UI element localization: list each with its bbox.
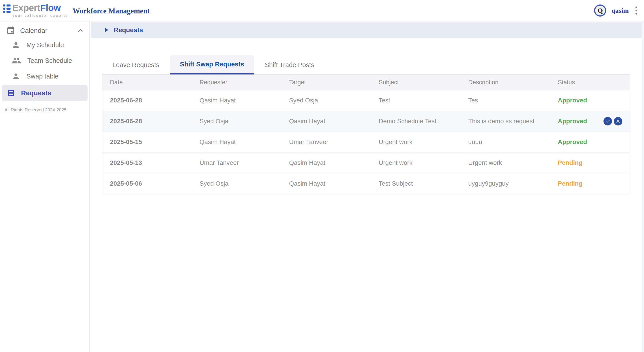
cell-description: uuuu [460,139,550,146]
calendar-icon [6,26,15,35]
column-header-status: Status [550,79,630,86]
table-row[interactable]: 2025-06-28 Qasim Hayat Syed Osja Test Te… [102,90,630,111]
cell-date: 2025-05-13 [102,159,192,166]
cell-target: Qasim Hayat [282,118,371,125]
logo-expert: Expert [12,3,40,13]
table-header-row: Date Requester Target Subject Descriptio… [102,75,630,90]
tab-bar: Leave Requests Shift Swap Requests Shift… [102,55,644,74]
top-header: ExpertFlow your callcenter experts Workf… [0,0,644,21]
check-icon [605,119,610,124]
cell-target: Umar Tanveer [282,139,371,146]
cell-description: This is demo ss request [460,118,550,125]
person-icon [12,72,20,80]
status-badge: Approved [550,97,630,104]
sidebar-item-label: Swap table [26,73,59,80]
cell-date: 2025-05-06 [102,180,192,187]
cell-description: Tes [460,97,550,104]
user-name[interactable]: qasim [612,7,629,14]
logo-tagline: your callcenter experts [12,13,68,18]
sidebar-item-label: My Schedule [26,41,64,49]
sidebar-item-label: Calendar [20,27,48,34]
copyright-text: All Rights Reserved 2024-2025 [0,107,89,113]
cell-requester: Syed Osja [192,118,282,125]
column-header-target: Target [282,79,371,86]
cell-description: uyguy9guyguy [460,180,550,187]
shift-swap-requests-table: Date Requester Target Subject Descriptio… [102,74,630,194]
table-row[interactable]: 2025-05-13 Umar Tanveer Qasim Hayat Urge… [102,153,630,173]
chevron-up-icon[interactable] [76,26,85,35]
scrollbar-track[interactable] [642,21,644,352]
sidebar-item-swap-table[interactable]: Swap table [0,68,89,84]
tab-leave-requests[interactable]: Leave Requests [102,55,170,74]
column-header-date: Date [102,79,192,86]
cell-date: 2025-06-28 [102,118,192,125]
row-actions [604,117,622,126]
avatar[interactable]: Q [594,4,606,16]
tab-shift-swap-requests[interactable]: Shift Swap Requests [170,55,254,74]
logo-text: ExpertFlow your callcenter experts [12,3,68,18]
approve-button[interactable] [604,117,612,126]
cell-date: 2025-05-15 [102,139,192,146]
status-badge: Pending [550,180,630,187]
table-row[interactable]: 2025-05-06 Syed Osja Qasim Hayat Test Su… [102,173,630,194]
people-icon [12,56,21,65]
person-icon [12,41,20,49]
table-row[interactable]: 2025-06-28 Syed Osja Qasim Hayat Demo Sc… [102,111,630,132]
main-content: Requests Leave Requests Shift Swap Reque… [90,21,644,352]
cell-requester: Syed Osja [192,180,282,187]
sidebar-item-calendar[interactable]: Calendar [0,24,89,37]
logo-flow: Flow [40,3,61,13]
sidebar: Calendar My Schedule Team Schedule Swap … [0,21,90,352]
cell-requester: Umar Tanveer [192,159,282,166]
cell-subject: Urgent work [371,159,460,166]
page-title: Workforce Management [72,7,150,15]
tab-shift-trade-posts[interactable]: Shift Trade Posts [254,55,324,74]
more-menu-icon[interactable] [634,5,639,16]
cell-target: Qasim Hayat [282,180,371,187]
sidebar-item-label: Team Schedule [27,57,72,64]
column-header-subject: Subject [371,79,460,86]
cell-subject: Test Subject [371,180,460,187]
receipt-icon [7,89,15,97]
cell-target: Qasim Hayat [282,159,371,166]
cell-target: Syed Osja [282,97,371,104]
column-header-requester: Requester [192,79,282,86]
close-icon [615,119,621,124]
expertflow-logo-icon [3,4,10,13]
reject-button[interactable] [614,117,622,126]
column-header-description: Description [460,79,550,86]
cell-subject: Urgent work [371,139,460,146]
expertflow-logo: ExpertFlow your callcenter experts [0,3,68,18]
breadcrumb-label: Requests [114,26,143,34]
cell-description: Urgent work [460,159,550,166]
sidebar-item-requests[interactable]: Requests [2,85,88,101]
status-badge: Approved [550,139,630,146]
cell-requester: Qasim Hayat [192,139,282,146]
cell-subject: Demo Schedule Test [371,118,460,125]
expand-arrow-icon [103,27,110,33]
breadcrumb[interactable]: Requests [91,22,642,38]
cell-subject: Test [371,97,460,104]
sidebar-item-team-schedule[interactable]: Team Schedule [0,53,89,68]
header-user-area: Q qasim [594,4,644,16]
status-badge: Pending [550,159,630,166]
cell-date: 2025-06-28 [102,97,192,104]
sidebar-item-my-schedule[interactable]: My Schedule [0,37,89,53]
cell-requester: Qasim Hayat [192,97,282,104]
table-row[interactable]: 2025-05-15 Qasim Hayat Umar Tanveer Urge… [102,132,630,153]
sidebar-item-label: Requests [21,89,51,97]
